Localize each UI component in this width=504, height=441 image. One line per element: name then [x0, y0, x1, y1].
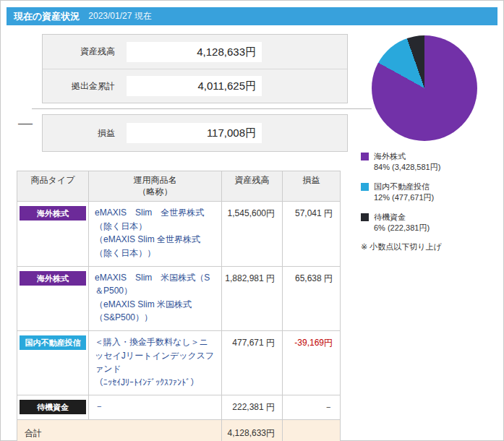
profit-loss-box: 損益 117,008円	[42, 114, 348, 152]
product-name-cell: －	[89, 395, 222, 420]
balance-cell: 222,381 円	[222, 395, 283, 420]
page-header: 現在の資産状況 2023/01/27 現在	[7, 7, 497, 25]
page-title: 現在の資産状況	[14, 10, 80, 23]
col-header-product-name: 運用商品名 （略称）	[89, 171, 222, 202]
legend-label: 待機資金	[374, 213, 406, 221]
pl-cell: -39,169円	[283, 330, 341, 395]
legend-detail: 6% (222,381円)	[374, 223, 430, 232]
total-balance: 4,128,633円	[222, 419, 283, 441]
balance-cell: 477,671 円	[222, 330, 283, 395]
contribution-row: 拠出金累計 4,011,625円	[43, 69, 347, 103]
rounding-note: ※ 小数点以下切り上げ	[352, 241, 497, 252]
product-name-link[interactable]: ＜購入・換金手数料なし＞ニッセイJリートインデックスファンド （ﾆｯｾｲJﾘｰﾄ…	[89, 330, 222, 395]
product-type-badge: 海外株式	[20, 271, 86, 286]
col-header-balance: 資産残高	[222, 171, 283, 202]
legend-swatch-domestic-reit	[361, 183, 369, 191]
balance-label: 資産残高	[43, 46, 115, 58]
pl-cell: 57,041 円	[283, 202, 341, 266]
product-type-badge: 待機資金	[20, 400, 86, 414]
legend-detail: 12% (477,671円)	[374, 193, 434, 202]
right-column: 海外株式 84% (3,428,581円) 国内不動産投信 12% (477,6…	[352, 34, 497, 441]
contribution-value: 4,011,625円	[127, 76, 262, 96]
product-type-badge: 国内不動産投信	[20, 335, 86, 350]
total-pl-empty	[283, 419, 341, 441]
legend-item: 待機資金 6% (222,381円)	[361, 212, 497, 234]
left-column: — 資産残高 4,128,633円 拠出金累計 4,011,625円 損益	[7, 34, 348, 441]
legend-detail: 84% (3,428,581円)	[374, 163, 440, 171]
legend-item: 海外株式 84% (3,428,581円)	[361, 151, 497, 174]
balance-value: 4,128,633円	[127, 42, 262, 62]
legend-item: 国内不動産投信 12% (477,671円)	[361, 181, 497, 204]
col-header-pl: 損益	[283, 171, 341, 202]
pl-cell: －	[283, 395, 341, 420]
table-row: 国内不動産投信 ＜購入・換金手数料なし＞ニッセイJリートインデックスファンド （…	[17, 330, 341, 395]
equals-divider	[32, 108, 372, 109]
table-header-row: 商品タイプ 運用商品名 （略称） 資産残高 損益	[17, 171, 341, 202]
product-name-link[interactable]: eMAXIS Slim 全世界株式（除く日本） （eMAXIS Slim 全世界…	[89, 202, 222, 266]
col-header-product-type: 商品タイプ	[17, 171, 89, 202]
profit-loss-value: 117,008円	[127, 123, 262, 143]
table-row: 海外株式 eMAXIS Slim 全世界株式（除く日本） （eMAXIS Sli…	[17, 202, 341, 266]
balance-contribution-box: 資産残高 4,128,633円 拠出金累計 4,011,625円	[42, 34, 348, 103]
table-row: 待機資金 － 222,381 円 －	[17, 395, 341, 420]
asset-status-page: 現在の資産状況 2023/01/27 現在 — 資産残高 4,128,633円 …	[0, 0, 504, 441]
contribution-label: 拠出金累計	[43, 80, 115, 93]
holdings-table: 商品タイプ 運用商品名 （略称） 資産残高 損益 海外株式 eMAXIS Sli…	[17, 171, 341, 441]
as-of-date: 2023/01/27 現在	[88, 10, 151, 22]
total-row: 合計 4,128,633円	[17, 419, 341, 441]
table-row: 海外株式 eMAXIS Slim 米国株式（S＆P500） （eMAXIS Sl…	[17, 266, 341, 330]
profit-loss-label: 損益	[43, 127, 115, 140]
minus-operator: —	[18, 115, 31, 132]
balance-cell: 1,545,600円	[222, 202, 283, 266]
pie-legend: 海外株式 84% (3,428,581円) 国内不動産投信 12% (477,6…	[352, 151, 497, 234]
legend-swatch-foreign-equity	[361, 153, 369, 160]
profit-loss-row: 損益 117,008円	[43, 115, 347, 151]
balance-cell: 1,882,981 円	[222, 266, 283, 330]
content-area: — 資産残高 4,128,633円 拠出金累計 4,011,625円 損益	[7, 25, 497, 441]
pl-cell: 65,638 円	[283, 266, 341, 330]
product-type-badge: 海外株式	[20, 206, 86, 220]
legend-label: 海外株式	[374, 152, 406, 160]
summary-section: — 資産残高 4,128,633円 拠出金累計 4,011,625円 損益	[17, 34, 348, 152]
total-label: 合計	[17, 419, 222, 441]
legend-label: 国内不動産投信	[374, 182, 430, 191]
pie-chart	[372, 35, 477, 141]
product-name-link[interactable]: eMAXIS Slim 米国株式（S＆P500） （eMAXIS Slim 米国…	[89, 266, 222, 330]
legend-swatch-standby-funds	[361, 213, 369, 221]
balance-row: 資産残高 4,128,633円	[43, 35, 347, 69]
